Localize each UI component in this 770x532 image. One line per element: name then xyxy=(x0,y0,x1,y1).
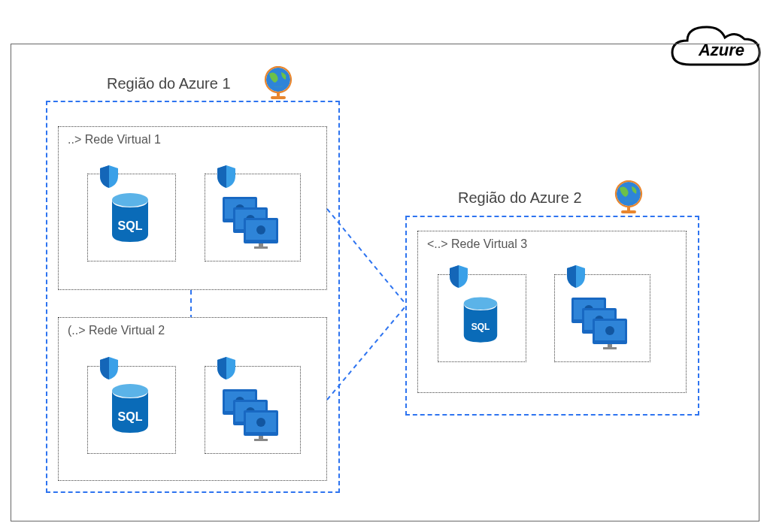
svg-rect-28 xyxy=(259,436,263,439)
globe-icon xyxy=(614,180,645,215)
svg-rect-3 xyxy=(271,96,286,99)
svg-point-47 xyxy=(605,326,614,335)
connector-vnet1-vnet2 xyxy=(183,290,199,317)
svg-rect-48 xyxy=(608,344,612,347)
svg-point-14 xyxy=(256,225,265,234)
sql-database-icon: SQL xyxy=(110,383,150,434)
svg-line-32 xyxy=(327,307,405,400)
sql-database-icon: SQL xyxy=(462,296,499,344)
sql-database-icon: SQL xyxy=(110,192,150,243)
vm-stack-icon xyxy=(221,388,281,443)
connector-region1-region2 xyxy=(327,209,408,404)
svg-rect-49 xyxy=(603,347,617,349)
svg-rect-36 xyxy=(621,210,636,213)
shield-icon xyxy=(98,355,120,381)
svg-rect-35 xyxy=(627,206,630,210)
region1-title: Região do Azure 1 xyxy=(107,75,231,92)
shield-icon xyxy=(215,164,238,189)
region2-title: Região do Azure 2 xyxy=(458,189,582,207)
globe-icon xyxy=(263,66,295,101)
svg-rect-15 xyxy=(259,243,263,246)
svg-rect-29 xyxy=(254,439,268,441)
svg-point-17 xyxy=(112,384,148,397)
svg-point-0 xyxy=(266,68,290,92)
vnet1-label: ..> Rede Virtual 1 xyxy=(68,133,161,147)
svg-text:SQL: SQL xyxy=(471,322,490,332)
shield-icon xyxy=(215,355,238,381)
svg-point-37 xyxy=(464,297,497,310)
shield-icon xyxy=(447,264,470,289)
vm-stack-icon xyxy=(570,296,630,352)
vnet2-label: (..> Rede Virtual 2 xyxy=(68,324,165,337)
svg-rect-16 xyxy=(254,246,268,249)
shield-icon xyxy=(565,264,587,289)
svg-point-4 xyxy=(112,193,148,207)
svg-text:SQL: SQL xyxy=(118,219,143,232)
svg-line-31 xyxy=(327,209,405,304)
svg-point-27 xyxy=(256,418,265,427)
vm-stack-icon xyxy=(221,195,281,251)
svg-rect-2 xyxy=(277,92,280,96)
shield-icon xyxy=(98,164,120,189)
vnet3-label: <..> Rede Virtual 3 xyxy=(427,237,527,251)
svg-point-33 xyxy=(617,182,641,206)
svg-text:SQL: SQL xyxy=(118,410,143,423)
